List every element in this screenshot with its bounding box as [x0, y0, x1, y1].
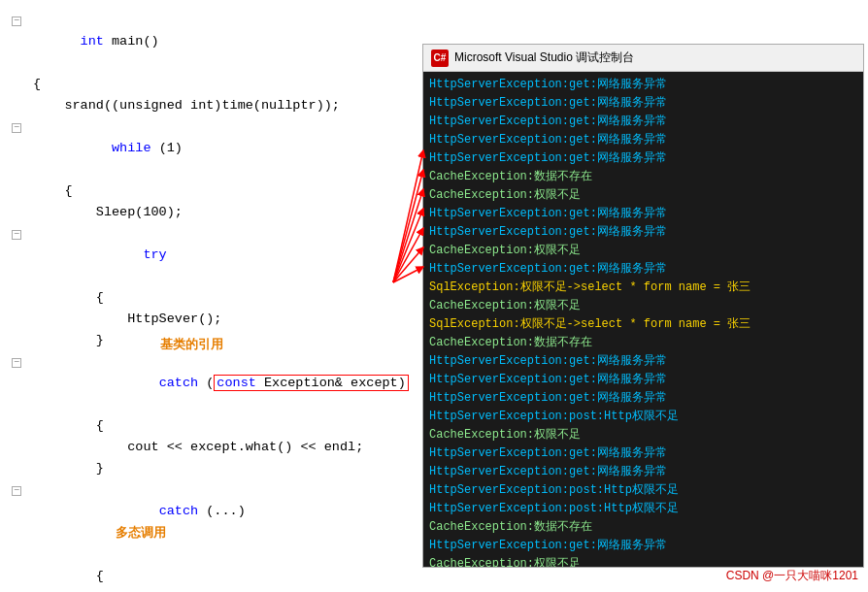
watermark: CSDN @一只大喵咪1201	[726, 568, 858, 584]
console-line: HttpServerException:get:网络服务异常	[429, 389, 857, 408]
gutter-11: −	[0, 351, 29, 373]
code-line-10: }	[0, 330, 447, 351]
code-content-10: }	[29, 330, 447, 351]
code-line-9: HttpSever();	[0, 309, 447, 330]
code-line-7: − try	[0, 223, 447, 287]
console-line: CacheException:数据不存在	[429, 334, 857, 352]
console-line: CacheException:权限不足	[429, 297, 857, 315]
code-line-17: cout << "unknown except" << endl;	[0, 587, 447, 592]
code-line-4: − while (1)	[0, 116, 447, 181]
code-line-16: {	[0, 566, 447, 587]
fold-icon-7[interactable]: −	[12, 230, 21, 240]
fold-icon-1[interactable]: −	[12, 16, 21, 26]
catch-annotation-container: 基类的引用 − catch (const Exception& except)	[0, 351, 447, 415]
console-line: CacheException:权限不足	[429, 555, 857, 567]
code-content-7: try	[29, 223, 447, 287]
code-content-17: cout << "unknown except" << endl;	[29, 587, 447, 592]
console-line: HttpServerException:get:网络服务异常	[429, 76, 857, 94]
console-line: HttpServerException:get:网络服务异常	[429, 113, 857, 131]
console-line: SqlException:权限不足->select * form name = …	[429, 315, 857, 334]
console-body: HttpServerException:get:网络服务异常HttpServer…	[423, 72, 863, 567]
code-content-3: srand((unsigned int)time(nullptr));	[29, 95, 447, 116]
code-line-5: {	[0, 181, 447, 202]
console-line: SqlException:权限不足->select * form name = …	[429, 279, 857, 297]
console-line: HttpServerException:post:Http权限不足	[429, 500, 857, 518]
console-window: C# Microsoft Visual Studio 调试控制台 HttpSer…	[422, 44, 864, 568]
code-content-9: HttpSever();	[29, 309, 447, 330]
code-editor: − int main() { srand((unsigned int)time(…	[0, 0, 447, 592]
gutter-4: −	[0, 116, 29, 138]
code-content-13: cout << except.what() << endl;	[29, 437, 447, 458]
gutter-7: −	[0, 223, 29, 245]
code-content-5: {	[29, 181, 447, 202]
gutter-15: −	[0, 479, 29, 501]
code-content-1: int main()	[29, 10, 447, 74]
code-line-12: {	[0, 415, 447, 437]
code-content-12: {	[29, 415, 447, 437]
code-line-8: {	[0, 287, 447, 309]
code-line-1: − int main()	[0, 10, 447, 74]
console-line: CacheException:权限不足	[429, 242, 857, 260]
code-content-4: while (1)	[29, 116, 447, 181]
console-line: HttpServerException:get:网络服务异常	[429, 149, 857, 168]
console-line: HttpServerException:post:Http权限不足	[429, 408, 857, 426]
code-line-14: }	[0, 458, 447, 479]
code-line-6: Sleep(100);	[0, 202, 447, 223]
console-line: HttpServerException:get:网络服务异常	[429, 371, 857, 389]
code-content-15: catch (...) 多态调用	[29, 479, 447, 566]
code-line-13: cout << except.what() << endl;	[0, 437, 447, 458]
vs-icon: C#	[431, 49, 449, 67]
code-content-8: {	[29, 287, 447, 309]
console-line: HttpServerException:get:网络服务异常	[429, 444, 857, 463]
console-line: HttpServerException:get:网络服务异常	[429, 94, 857, 113]
code-line-2: {	[0, 74, 447, 95]
console-line: HttpServerException:get:网络服务异常	[429, 223, 857, 242]
console-line: HttpServerException:post:Http权限不足	[429, 481, 857, 500]
fold-icon-15[interactable]: −	[12, 486, 21, 496]
code-line-11: − catch (const Exception& except)	[0, 351, 447, 415]
code-line-3: srand((unsigned int)time(nullptr));	[0, 95, 447, 116]
base-ref-label: 基类的引用	[160, 336, 223, 353]
console-line: CacheException:权限不足	[429, 186, 857, 205]
code-line-15: − catch (...) 多态调用	[0, 479, 447, 566]
code-content-11: catch (const Exception& except)	[29, 351, 447, 415]
catch2-container: − catch (...) 多态调用	[0, 479, 447, 566]
console-line: HttpServerException:get:网络服务异常	[429, 537, 857, 555]
console-line: HttpServerException:get:网络服务异常	[429, 463, 857, 481]
code-content-14: }	[29, 458, 447, 479]
gutter-1: −	[0, 10, 29, 31]
console-line: HttpServerException:get:网络服务异常	[429, 131, 857, 149]
fold-icon-11[interactable]: −	[12, 358, 21, 368]
console-title: Microsoft Visual Studio 调试控制台	[454, 49, 634, 66]
code-content-2: {	[29, 74, 447, 95]
code-content-16: {	[29, 566, 447, 587]
console-line: HttpServerException:get:网络服务异常	[429, 352, 857, 371]
console-titlebar: C# Microsoft Visual Studio 调试控制台	[423, 45, 863, 72]
console-line: HttpServerException:get:网络服务异常	[429, 205, 857, 223]
fold-icon-4[interactable]: −	[12, 123, 21, 133]
console-line: HttpServerException:get:网络服务异常	[429, 260, 857, 279]
console-line: CacheException:数据不存在	[429, 168, 857, 186]
console-line: CacheException:权限不足	[429, 426, 857, 444]
console-line: CacheException:数据不存在	[429, 518, 857, 537]
poly-call-label: 多态调用	[116, 526, 166, 541]
annotation-box: const Exception& except)	[214, 375, 408, 391]
code-content-6: Sleep(100);	[29, 202, 447, 223]
